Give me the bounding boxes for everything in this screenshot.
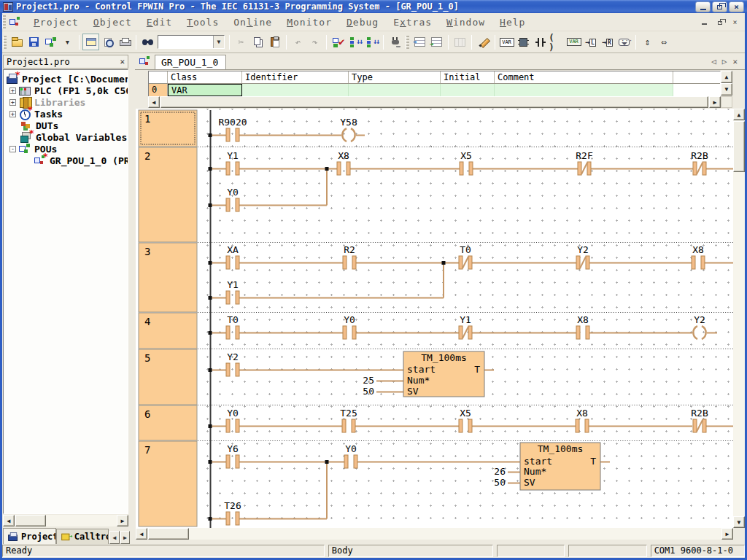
editor-close-button[interactable]: ✕ — [732, 57, 738, 66]
tree-item-plc-fp1-5-0k-c56[interactable]: +PLC (FP1 5,0k C56, — [9, 85, 128, 96]
mdi-restore-button[interactable] — [713, 17, 726, 27]
scroll-down-button[interactable]: ▼ — [733, 516, 745, 528]
tree-item-project-c-documents[interactable]: *Project [C:\Documents — [7, 73, 128, 85]
toolbar-grip[interactable] — [3, 36, 7, 49]
ladder-diagram[interactable]: 1234567R9020Y1X8X5R2FR2BY0XAR2T0Y2X8Y1T0… — [136, 109, 733, 528]
contact-Y0[interactable]: Y0 — [227, 187, 239, 198]
block-input-value[interactable]: 26 — [494, 466, 506, 477]
column-header-identifier[interactable]: Identifier — [242, 71, 349, 83]
type-cell[interactable] — [349, 84, 441, 96]
variable-table-hscrollbar[interactable]: ◀▶ — [148, 96, 721, 108]
chevron-down-icon[interactable]: ▼ — [213, 36, 224, 48]
editor-tab-prev-button[interactable]: ◁ — [711, 57, 716, 66]
find-button[interactable] — [139, 34, 156, 50]
scroll-up-button[interactable]: ▲ — [733, 109, 745, 120]
expand-icon[interactable]: + — [9, 99, 16, 106]
tree-item-pous[interactable]: -POUs — [9, 143, 57, 155]
insert-network-after-button[interactable] — [428, 34, 445, 50]
variable-table-vscrollbar[interactable]: ▲▼ — [721, 71, 732, 96]
scrollbar-thumb[interactable] — [733, 121, 745, 172]
panel-tab-calltre[interactable]: Calltre — [56, 529, 109, 544]
block-input-value[interactable]: 50 — [363, 386, 374, 397]
column-header-num[interactable] — [149, 71, 168, 83]
ladder-vscrollbar[interactable]: ▲▼ — [733, 109, 745, 528]
editor-tab-next-button[interactable]: ▷ — [722, 57, 727, 66]
scroll-right-button[interactable]: ▶ — [117, 515, 128, 526]
scroll-down-button[interactable]: ▼ — [721, 83, 732, 96]
print-button[interactable] — [116, 34, 133, 50]
menu-edit[interactable]: Edit — [139, 15, 179, 30]
menu-extras[interactable]: Extras — [386, 15, 439, 30]
contact-X5[interactable]: X5 — [460, 150, 472, 161]
restore-button[interactable] — [712, 1, 727, 12]
print-preview-button[interactable] — [99, 34, 116, 50]
contact-Y1[interactable]: Y1 — [227, 279, 239, 290]
menu-window[interactable]: Window — [439, 15, 492, 30]
online-mode-button[interactable] — [387, 34, 403, 50]
coil-Y2[interactable]: Y2 — [694, 314, 705, 325]
contact-Y2[interactable]: Y2 — [577, 244, 589, 255]
panel-tabs-scroll-right[interactable]: ▶ — [120, 531, 130, 544]
menu-help[interactable]: Help — [492, 15, 533, 30]
contact-T26[interactable]: T26 — [224, 500, 241, 511]
comment-cell[interactable] — [495, 84, 673, 96]
column-header-initial[interactable]: Initial — [441, 71, 495, 83]
menu-object[interactable]: Object — [86, 15, 139, 30]
save-project-button[interactable] — [26, 34, 42, 50]
compile-changes-button[interactable] — [347, 34, 363, 50]
contact-Y0[interactable]: Y0 — [344, 314, 355, 325]
insert-comment-button[interactable] — [616, 34, 632, 50]
variable-dialog-button[interactable]: VAR — [498, 34, 515, 50]
column-header-type[interactable]: Type — [349, 71, 441, 83]
class-cell[interactable]: VAR — [168, 84, 242, 96]
contact-Y2[interactable]: Y2 — [227, 351, 239, 362]
scrollbar-thumb[interactable] — [148, 528, 189, 540]
block-input-value[interactable]: 25 — [363, 375, 374, 386]
menu-online[interactable]: Online — [226, 15, 279, 30]
contact-X8[interactable]: X8 — [577, 314, 589, 325]
open-project-button[interactable] — [9, 34, 26, 50]
tree-item-gr-pou-1-0-prg[interactable]: *GR_POU_1_0 (PRG) — [34, 155, 128, 166]
menu-monitor[interactable]: Monitor — [279, 15, 339, 30]
contact-Y1[interactable]: Y1 — [227, 150, 239, 161]
contact-X5[interactable]: X5 — [460, 408, 471, 419]
change-network-height-button[interactable]: ⇕ — [639, 34, 656, 50]
function-block-button[interactable] — [515, 34, 532, 50]
scrollbar-track[interactable] — [147, 528, 721, 540]
contact-R2F[interactable]: R2F — [576, 150, 593, 161]
pou-actions-button[interactable] — [42, 34, 59, 50]
insert-contact-button[interactable] — [532, 34, 549, 50]
contact-T0[interactable]: T0 — [460, 244, 471, 255]
contact-R2B[interactable]: R2B — [691, 408, 708, 419]
find-combobox[interactable]: ▼ — [158, 35, 225, 49]
panel-tabs-scroll-left[interactable]: ◀ — [109, 531, 119, 544]
mdi-minimize-button[interactable] — [698, 17, 711, 27]
insert-output-variable-button[interactable]: →R — [599, 34, 616, 50]
scrollbar-thumb[interactable] — [160, 96, 708, 108]
contact-X8[interactable]: X8 — [338, 150, 349, 161]
contact-Y0[interactable]: Y0 — [227, 408, 239, 419]
coil-Y58[interactable]: Y58 — [340, 117, 357, 128]
title-bar[interactable]: Project1.pro - Control FPWIN Pro - The I… — [0, 0, 747, 13]
scroll-left-button[interactable]: ◀ — [136, 528, 147, 540]
insert-coil-button[interactable]: ( ) — [549, 34, 565, 50]
project-window-toggle[interactable] — [82, 34, 99, 50]
editor-tab-gr-pou-1-0[interactable]: GR_POU_1_0 — [155, 55, 226, 69]
tree-item-global-variables[interactable]: *Global Variables — [9, 131, 127, 143]
scroll-up-button[interactable]: ▲ — [721, 71, 732, 83]
column-header-class[interactable]: Class — [168, 71, 242, 83]
menubar-grip[interactable] — [2, 15, 6, 28]
close-button[interactable]: × — [729, 1, 744, 12]
initial-cell[interactable] — [441, 84, 495, 96]
monitor-header-button[interactable] — [452, 34, 468, 50]
ladder-hscrollbar[interactable]: ◀▶ — [136, 528, 733, 540]
scroll-left-button[interactable]: ◀ — [3, 515, 15, 526]
menu-tools[interactable]: Tools — [179, 15, 226, 30]
scroll-left-button[interactable]: ◀ — [148, 96, 160, 108]
scroll-right-button[interactable]: ▶ — [709, 96, 721, 108]
contact-T0[interactable]: T0 — [227, 314, 239, 325]
cut-button[interactable]: ✂ — [233, 34, 249, 50]
collapse-icon[interactable]: - — [9, 146, 16, 152]
insert-network-before-button[interactable] — [411, 34, 428, 50]
contact-R2B[interactable]: R2B — [691, 150, 708, 161]
